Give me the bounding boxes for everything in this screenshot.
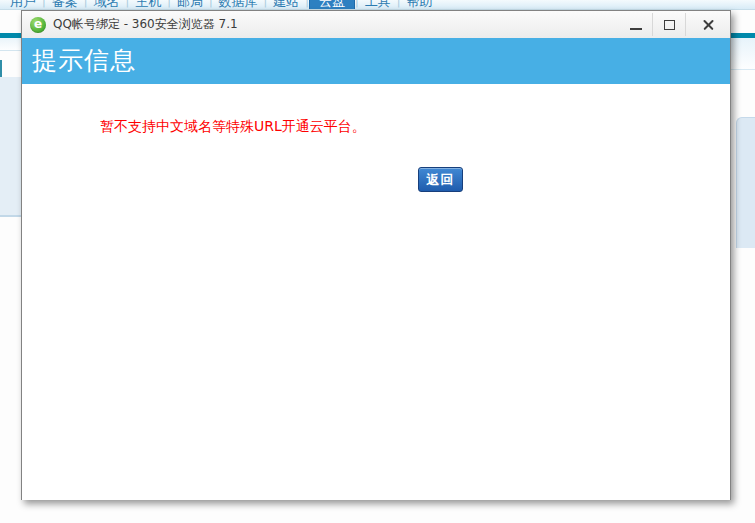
background-nav-item-0[interactable]: 用户 [4, 0, 42, 10]
logo-letter: e [34, 18, 42, 30]
background-left-gradient [0, 38, 21, 51]
background-nav-item-8[interactable]: 工具 [359, 0, 397, 10]
qq-account-bind-dialog: e QQ帐号绑定 - 360安全浏览器 7.1 提示信息 暂不支持 [21, 10, 731, 500]
background-nav-item-3[interactable]: 主机 [129, 0, 167, 10]
background-right-gradient [731, 38, 755, 70]
dialog-header: 提示信息 [22, 38, 730, 84]
browser-360-logo-icon: e [30, 17, 46, 33]
background-nav-item-7[interactable]: 云盘 [309, 0, 355, 10]
background-nav-item-6[interactable]: 建站 [267, 0, 305, 10]
minimize-button[interactable] [620, 11, 652, 38]
dialog-titlebar[interactable]: e QQ帐号绑定 - 360安全浏览器 7.1 [22, 11, 730, 38]
close-button[interactable] [686, 11, 730, 38]
maximize-button[interactable] [653, 11, 685, 38]
background-nav-strip: 用户|备案|域名|主机|邮局|数据库|建站|云盘|工具|帮助 [0, 0, 755, 10]
screen: 用户|备案|域名|主机|邮局|数据库|建站|云盘|工具|帮助 e QQ帐号绑定 … [0, 0, 755, 523]
window-controls [620, 11, 730, 38]
background-right-panel [736, 117, 755, 248]
background-nav-item-5[interactable]: 数据库 [213, 0, 264, 10]
background-nav-item-2[interactable]: 域名 [87, 0, 125, 10]
background-nav-item-4[interactable]: 邮局 [171, 0, 209, 10]
dialog-header-title: 提示信息 [32, 46, 136, 75]
background-nav-item-1[interactable]: 备案 [46, 0, 84, 10]
maximize-icon [664, 20, 675, 30]
dialog-body: 暂不支持中文域名等特殊URL开通云平台。 返回 [22, 84, 730, 500]
background-left-panel [0, 77, 21, 217]
error-message: 暂不支持中文域名等特殊URL开通云平台。 [100, 118, 366, 134]
window-title: QQ帐号绑定 - 360安全浏览器 7.1 [53, 16, 238, 33]
close-icon [702, 18, 715, 31]
minimize-icon [630, 28, 642, 30]
return-button[interactable]: 返回 [418, 167, 463, 192]
background-nav-item-9[interactable]: 帮助 [400, 0, 438, 10]
background-nav-row: 用户|备案|域名|主机|邮局|数据库|建站|云盘|工具|帮助 [4, 0, 438, 10]
